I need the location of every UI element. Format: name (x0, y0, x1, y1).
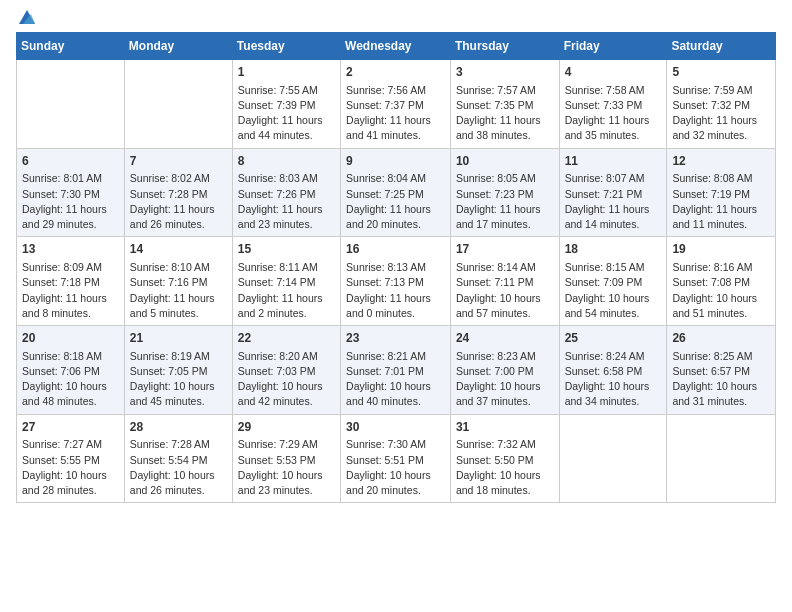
calendar-cell: 11Sunrise: 8:07 AMSunset: 7:21 PMDayligh… (559, 148, 667, 237)
day-info: Sunrise: 7:32 AMSunset: 5:50 PMDaylight:… (456, 437, 554, 498)
day-number: 14 (130, 241, 227, 258)
weekday-header-sunday: Sunday (17, 33, 125, 60)
day-number: 11 (565, 153, 662, 170)
calendar-cell: 28Sunrise: 7:28 AMSunset: 5:54 PMDayligh… (124, 414, 232, 503)
calendar-cell: 12Sunrise: 8:08 AMSunset: 7:19 PMDayligh… (667, 148, 776, 237)
day-info: Sunrise: 8:09 AMSunset: 7:18 PMDaylight:… (22, 260, 119, 321)
weekday-header-wednesday: Wednesday (341, 33, 451, 60)
calendar-cell: 29Sunrise: 7:29 AMSunset: 5:53 PMDayligh… (232, 414, 340, 503)
day-info: Sunrise: 8:24 AMSunset: 6:58 PMDaylight:… (565, 349, 662, 410)
day-info: Sunrise: 7:28 AMSunset: 5:54 PMDaylight:… (130, 437, 227, 498)
day-number: 28 (130, 419, 227, 436)
calendar-cell: 5Sunrise: 7:59 AMSunset: 7:32 PMDaylight… (667, 60, 776, 149)
weekday-header-friday: Friday (559, 33, 667, 60)
day-info: Sunrise: 8:16 AMSunset: 7:08 PMDaylight:… (672, 260, 770, 321)
day-info: Sunrise: 8:05 AMSunset: 7:23 PMDaylight:… (456, 171, 554, 232)
day-number: 31 (456, 419, 554, 436)
calendar-cell: 4Sunrise: 7:58 AMSunset: 7:33 PMDaylight… (559, 60, 667, 149)
day-number: 25 (565, 330, 662, 347)
day-number: 24 (456, 330, 554, 347)
day-info: Sunrise: 8:21 AMSunset: 7:01 PMDaylight:… (346, 349, 445, 410)
calendar-table: SundayMondayTuesdayWednesdayThursdayFrid… (16, 32, 776, 503)
calendar-week-row: 13Sunrise: 8:09 AMSunset: 7:18 PMDayligh… (17, 237, 776, 326)
day-number: 13 (22, 241, 119, 258)
day-info: Sunrise: 7:27 AMSunset: 5:55 PMDaylight:… (22, 437, 119, 498)
day-info: Sunrise: 7:56 AMSunset: 7:37 PMDaylight:… (346, 83, 445, 144)
weekday-header-monday: Monday (124, 33, 232, 60)
day-number: 7 (130, 153, 227, 170)
header (16, 10, 776, 24)
calendar-cell: 24Sunrise: 8:23 AMSunset: 7:00 PMDayligh… (450, 326, 559, 415)
day-number: 12 (672, 153, 770, 170)
day-number: 4 (565, 64, 662, 81)
calendar-cell: 2Sunrise: 7:56 AMSunset: 7:37 PMDaylight… (341, 60, 451, 149)
calendar-cell: 27Sunrise: 7:27 AMSunset: 5:55 PMDayligh… (17, 414, 125, 503)
day-number: 15 (238, 241, 335, 258)
day-number: 22 (238, 330, 335, 347)
calendar-cell (17, 60, 125, 149)
calendar-cell: 13Sunrise: 8:09 AMSunset: 7:18 PMDayligh… (17, 237, 125, 326)
calendar-cell: 22Sunrise: 8:20 AMSunset: 7:03 PMDayligh… (232, 326, 340, 415)
day-info: Sunrise: 8:11 AMSunset: 7:14 PMDaylight:… (238, 260, 335, 321)
day-number: 8 (238, 153, 335, 170)
day-number: 26 (672, 330, 770, 347)
calendar-cell: 16Sunrise: 8:13 AMSunset: 7:13 PMDayligh… (341, 237, 451, 326)
logo-icon (17, 8, 37, 28)
calendar-cell: 20Sunrise: 8:18 AMSunset: 7:06 PMDayligh… (17, 326, 125, 415)
day-info: Sunrise: 8:15 AMSunset: 7:09 PMDaylight:… (565, 260, 662, 321)
logo (16, 10, 37, 24)
day-info: Sunrise: 8:18 AMSunset: 7:06 PMDaylight:… (22, 349, 119, 410)
calendar-cell: 25Sunrise: 8:24 AMSunset: 6:58 PMDayligh… (559, 326, 667, 415)
calendar-week-row: 6Sunrise: 8:01 AMSunset: 7:30 PMDaylight… (17, 148, 776, 237)
day-info: Sunrise: 8:20 AMSunset: 7:03 PMDaylight:… (238, 349, 335, 410)
day-number: 9 (346, 153, 445, 170)
day-number: 27 (22, 419, 119, 436)
day-number: 29 (238, 419, 335, 436)
calendar-cell: 6Sunrise: 8:01 AMSunset: 7:30 PMDaylight… (17, 148, 125, 237)
calendar-cell: 10Sunrise: 8:05 AMSunset: 7:23 PMDayligh… (450, 148, 559, 237)
calendar-cell (124, 60, 232, 149)
calendar-cell: 9Sunrise: 8:04 AMSunset: 7:25 PMDaylight… (341, 148, 451, 237)
day-info: Sunrise: 8:14 AMSunset: 7:11 PMDaylight:… (456, 260, 554, 321)
calendar-cell: 3Sunrise: 7:57 AMSunset: 7:35 PMDaylight… (450, 60, 559, 149)
day-number: 17 (456, 241, 554, 258)
day-number: 3 (456, 64, 554, 81)
calendar-cell: 23Sunrise: 8:21 AMSunset: 7:01 PMDayligh… (341, 326, 451, 415)
day-info: Sunrise: 7:58 AMSunset: 7:33 PMDaylight:… (565, 83, 662, 144)
weekday-header-saturday: Saturday (667, 33, 776, 60)
page: SundayMondayTuesdayWednesdayThursdayFrid… (0, 0, 792, 612)
calendar-cell: 8Sunrise: 8:03 AMSunset: 7:26 PMDaylight… (232, 148, 340, 237)
day-number: 1 (238, 64, 335, 81)
calendar-cell: 19Sunrise: 8:16 AMSunset: 7:08 PMDayligh… (667, 237, 776, 326)
day-info: Sunrise: 7:55 AMSunset: 7:39 PMDaylight:… (238, 83, 335, 144)
day-info: Sunrise: 8:02 AMSunset: 7:28 PMDaylight:… (130, 171, 227, 232)
calendar-cell: 30Sunrise: 7:30 AMSunset: 5:51 PMDayligh… (341, 414, 451, 503)
day-info: Sunrise: 8:10 AMSunset: 7:16 PMDaylight:… (130, 260, 227, 321)
calendar-cell: 15Sunrise: 8:11 AMSunset: 7:14 PMDayligh… (232, 237, 340, 326)
calendar-cell: 21Sunrise: 8:19 AMSunset: 7:05 PMDayligh… (124, 326, 232, 415)
day-number: 16 (346, 241, 445, 258)
calendar-cell: 17Sunrise: 8:14 AMSunset: 7:11 PMDayligh… (450, 237, 559, 326)
day-info: Sunrise: 8:07 AMSunset: 7:21 PMDaylight:… (565, 171, 662, 232)
calendar-cell (559, 414, 667, 503)
day-number: 23 (346, 330, 445, 347)
calendar-week-row: 20Sunrise: 8:18 AMSunset: 7:06 PMDayligh… (17, 326, 776, 415)
calendar-week-row: 1Sunrise: 7:55 AMSunset: 7:39 PMDaylight… (17, 60, 776, 149)
day-info: Sunrise: 8:19 AMSunset: 7:05 PMDaylight:… (130, 349, 227, 410)
calendar-cell: 7Sunrise: 8:02 AMSunset: 7:28 PMDaylight… (124, 148, 232, 237)
day-number: 30 (346, 419, 445, 436)
calendar-cell (667, 414, 776, 503)
day-info: Sunrise: 8:23 AMSunset: 7:00 PMDaylight:… (456, 349, 554, 410)
calendar-header-row: SundayMondayTuesdayWednesdayThursdayFrid… (17, 33, 776, 60)
day-info: Sunrise: 8:03 AMSunset: 7:26 PMDaylight:… (238, 171, 335, 232)
calendar-week-row: 27Sunrise: 7:27 AMSunset: 5:55 PMDayligh… (17, 414, 776, 503)
calendar-cell: 14Sunrise: 8:10 AMSunset: 7:16 PMDayligh… (124, 237, 232, 326)
day-number: 21 (130, 330, 227, 347)
day-info: Sunrise: 8:13 AMSunset: 7:13 PMDaylight:… (346, 260, 445, 321)
calendar-cell: 26Sunrise: 8:25 AMSunset: 6:57 PMDayligh… (667, 326, 776, 415)
day-info: Sunrise: 7:59 AMSunset: 7:32 PMDaylight:… (672, 83, 770, 144)
day-number: 18 (565, 241, 662, 258)
day-number: 20 (22, 330, 119, 347)
day-number: 6 (22, 153, 119, 170)
calendar-cell: 1Sunrise: 7:55 AMSunset: 7:39 PMDaylight… (232, 60, 340, 149)
